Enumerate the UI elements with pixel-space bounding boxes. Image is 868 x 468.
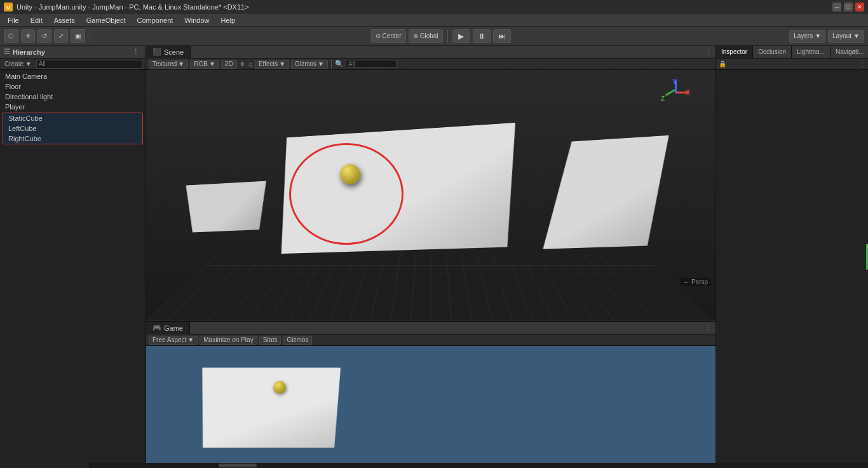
maximize-on-play-btn[interactable]: Maximize on Play [200,336,257,345]
hierarchy-directional-light[interactable]: Directional light [0,92,146,102]
scale-tool-button[interactable]: ⤢ [54,29,68,43]
game-gold-sphere [273,381,286,394]
hierarchy-item-label: Main Camera [5,72,47,80]
game-gizmos-label: Gizmos [287,336,308,343]
persp-text: Persp [691,279,708,286]
rect-tool-button[interactable]: ▣ [71,29,85,43]
lightmapping-tab[interactable]: Lightma... [792,46,831,59]
title-bar: U Unity - JumpMan.unity - JumpMan - PC, … [0,0,868,14]
hierarchy-title: Hierarchy [13,48,45,56]
scene-view: ⬛ Scene ⋮ Textured ▼ RGB ▼ 2D ☀ ♫ [146,46,715,322]
textured-label: Textured [153,60,177,67]
menu-assets[interactable]: Assets [49,15,80,25]
game-main-platform [186,368,351,448]
layout-dropdown[interactable]: Layout ▼ [828,30,864,43]
window-controls: ─ □ ✕ [832,3,864,11]
scene-tab-label: Scene [164,48,184,56]
maximize-on-play-label: Maximize on Play [203,336,253,343]
global-toggle[interactable]: ⊛ Global [409,29,443,43]
pause-button[interactable]: ⏸ [473,29,491,43]
scene-gizmo[interactable]: Y X Z [658,76,693,111]
game-tab-label: Game [164,324,183,332]
minimize-button[interactable]: ─ [832,3,841,11]
menu-edit[interactable]: Edit [25,15,48,25]
lock-icon[interactable]: 🔒 [719,60,726,67]
step-button[interactable]: ⏭ [493,29,511,43]
global-icon: ⊛ [413,32,418,39]
menu-window[interactable]: Window [179,15,214,25]
menu-help[interactable]: Help [215,15,240,25]
inspector-expand[interactable]: ⋮ [859,60,865,67]
toolbar-center: ⊙ Center ⊛ Global ▶ ⏸ ⏭ [95,29,787,43]
move-tool-button[interactable]: ✛ [21,29,35,43]
scene-toolbar: Textured ▼ RGB ▼ 2D ☀ ♫ Effects ▼ Gizmos [146,59,715,70]
hierarchy-item-label: RightCube [8,135,41,142]
textured-chevron: ▼ [178,60,184,67]
textured-dropdown[interactable]: Textured ▼ [149,60,188,69]
hand-tool-button[interactable]: ⬡ [4,29,18,43]
hierarchy-create-btn[interactable]: Create ▼ [3,60,34,67]
scene-canvas[interactable]: Y X Z ← Persp [146,70,715,321]
stats-btn[interactable]: Stats [259,336,281,345]
inspector-content [716,70,868,468]
menu-gameobject[interactable]: GameObject [81,15,131,25]
center-label: Center [383,32,402,39]
game-tab[interactable]: 🎮 Game [146,322,190,334]
layout-label: Layout [832,32,851,39]
game-toolbar: Free Aspect ▼ Maximize on Play Stats Giz… [146,334,715,346]
hierarchy-expand[interactable]: ⋮ [130,48,142,56]
hierarchy-header: ☰ Hierarchy ⋮ [0,46,146,59]
toolbar-sep-1 [90,30,90,43]
toolbar-sep-2 [447,30,448,43]
hierarchy-right-cube[interactable]: RightCube [3,134,142,144]
scene-tab-icon: ⬛ [153,48,161,56]
scene-tab-bar: ⬛ Scene ⋮ [146,46,715,59]
scene-step-platform [184,181,268,233]
effects-dropdown[interactable]: Effects ▼ [255,60,289,69]
hierarchy-item-label: LeftCube [8,125,37,132]
hierarchy-player[interactable]: Player [0,102,146,112]
close-button[interactable]: ✕ [855,3,864,11]
persp-arrow-icon: ← [683,279,689,286]
hierarchy-floor[interactable]: Floor [0,81,146,92]
game-canvas[interactable] [146,346,715,468]
hierarchy-static-cube[interactable]: StaticCube [3,113,142,123]
main-layout: ☰ Hierarchy ⋮ Create ▼ Main Camera Floor… [0,46,868,468]
hierarchy-main-camera[interactable]: Main Camera [0,71,146,81]
scene-search-icon: 🔍 [335,60,344,68]
center-pivot-toggle[interactable]: ⊙ Center [371,29,406,43]
hierarchy-left-cube[interactable]: LeftCube [3,123,142,134]
rgb-dropdown[interactable]: RGB ▼ [190,60,219,69]
menu-file[interactable]: File [3,15,24,25]
scene-toolbar-sep [331,60,332,69]
layout-chevron-icon: ▼ [853,32,860,39]
game-gizmos-btn[interactable]: Gizmos [283,336,312,345]
game-panel-expand[interactable]: ⋮ [701,324,715,332]
hierarchy-list: Main Camera Floor Directional light Play… [0,70,146,468]
layers-dropdown[interactable]: Layers ▼ [789,30,825,43]
scene-main-platform [269,123,520,254]
gizmos-dropdown[interactable]: Gizmos ▼ [291,60,328,69]
scene-audio-icon[interactable]: ♫ [248,60,253,68]
rgb-chevron: ▼ [209,60,215,67]
game-view-panel: 🎮 Game ⋮ Free Aspect ▼ Maximize on Play … [146,322,715,468]
menu-bar: File Edit Assets GameObject Component Wi… [0,14,868,27]
free-aspect-dropdown[interactable]: Free Aspect ▼ [149,336,198,345]
hierarchy-item-label: Floor [5,83,21,90]
hierarchy-search[interactable] [36,60,143,69]
scene-light-icon[interactable]: ☀ [239,60,246,69]
rotate-tool-button[interactable]: ↺ [37,29,51,43]
scene-tab[interactable]: ⬛ Scene [146,46,191,59]
hierarchy-panel: ☰ Hierarchy ⋮ Create ▼ Main Camera Floor… [0,46,146,468]
2d-toggle[interactable]: 2D [221,60,237,69]
scene-search-input[interactable] [346,60,397,68]
menu-component[interactable]: Component [132,15,178,25]
occlusion-tab[interactable]: Occlusion [753,46,792,59]
scene-panel-expand[interactable]: ⋮ [701,48,715,56]
layers-chevron-icon: ▼ [815,32,821,39]
play-button[interactable]: ▶ [452,29,470,43]
navigation-tab[interactable]: Navigati... [831,46,868,59]
game-tab-icon: 🎮 [153,324,161,332]
inspector-tab[interactable]: Inspector [716,46,753,59]
maximize-button[interactable]: □ [844,3,853,11]
